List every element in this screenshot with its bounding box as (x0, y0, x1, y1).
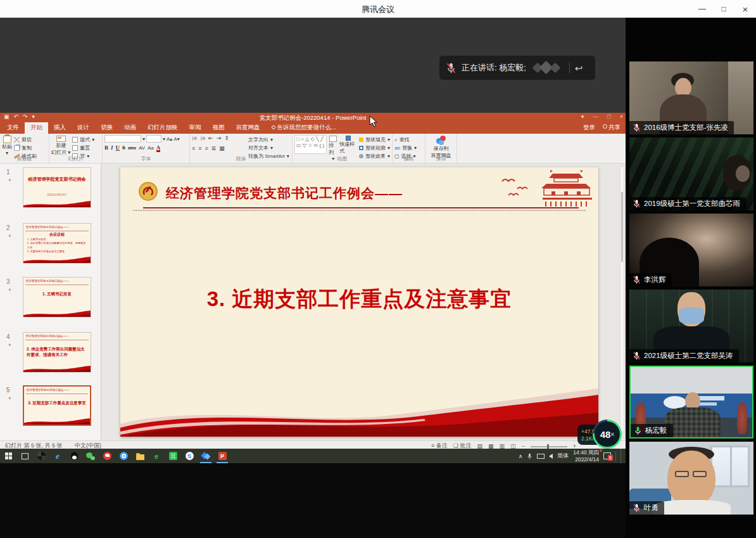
taskbar-app-wechat[interactable] (82, 449, 99, 463)
participant-name: 2019级硕士第一党支部曲芯雨 (644, 199, 740, 208)
slide-thumbnail-2[interactable]: 经济管理学院党支部书记例会—— 会议议程 1. 王斌书记发言 2. 传达党费工作… (23, 223, 91, 264)
tell-me-box[interactable]: 告诉我您想要做什么... (266, 122, 342, 134)
task-view-button[interactable] (16, 449, 33, 463)
taskbar-app-green-e[interactable]: e (148, 449, 165, 463)
volume-icon[interactable] (549, 454, 553, 459)
start-button[interactable] (0, 449, 16, 463)
tab-design[interactable]: 设计 (72, 122, 95, 134)
tab-animations[interactable]: 动画 (118, 122, 142, 134)
tray-mic-icon[interactable] (527, 452, 532, 460)
participant-tile[interactable]: 2021级硕士第二党支部吴涛 (629, 290, 753, 362)
maximize-button[interactable]: □ (713, 0, 734, 18)
slide-thumbnail-4[interactable]: 经济管理学院党支部书记例会—— 2. 传达党费工作突出问题整治文件要求、强调有关… (23, 332, 91, 373)
arrange-button[interactable]: 排列▾ (329, 135, 337, 156)
shapes-gallery[interactable]: □ ○ △ ◇ ╲ ╱ ▭ ▽ ☆ ⇨ ( ) (294, 135, 327, 154)
slide-thumbnail-5-selected[interactable]: 经济管理学院党支部书记例会—— 3. 近期支部工作重点及注意事宜 (23, 385, 91, 426)
editor-scrollbar[interactable] (620, 166, 624, 432)
ime-indicator[interactable]: 简体 (557, 452, 569, 460)
tab-slideshow[interactable]: 幻灯片放映 (142, 122, 184, 134)
slide-thumbnail-1[interactable]: 经济管理学院党支部书记例会 2022年4月14日 (23, 167, 91, 208)
ppt-maximize-button[interactable]: □ (607, 113, 610, 120)
taskbar-app-ie[interactable]: e (49, 449, 66, 463)
shape-fill-button[interactable]: 形状填充▾ (359, 136, 390, 143)
view-sorter-icon[interactable]: ▦ (488, 443, 494, 449)
quick-styles-button[interactable]: 快速样式 (339, 135, 357, 156)
new-slide-button[interactable]: 新建幻灯片 ▾ (51, 135, 70, 156)
paste-button[interactable]: 粘贴▾ (2, 135, 12, 156)
cut-button[interactable]: 剪切 (14, 136, 37, 143)
tab-transitions[interactable]: 切换 (95, 122, 118, 134)
action-center-icon[interactable]: 5 (603, 452, 611, 459)
zoom-slider[interactable] (531, 446, 567, 447)
underline-button[interactable]: U (116, 144, 120, 151)
slide-thumbnail-3[interactable]: 经济管理学院党支部书记例会—— 1. 王斌书记发言 (23, 277, 91, 317)
zoom-in-button[interactable]: + (573, 443, 576, 449)
participant-tile[interactable]: 李洪辉 (629, 214, 753, 286)
list-indent-buttons[interactable]: ⁝≡⁝≡⇤⇥⇕ (192, 135, 246, 141)
replace-button[interactable]: ab替换▾ (394, 144, 423, 151)
view-reading-icon[interactable]: ▥ (499, 443, 505, 449)
participant-tile[interactable]: 2019级硕士第一党支部曲芯雨 (629, 138, 753, 210)
ppt-close-button[interactable]: × (620, 113, 623, 120)
zoom-out-button[interactable]: − (521, 443, 524, 449)
view-normal-icon[interactable]: ▤ (477, 443, 482, 449)
find-button[interactable]: ⌕查找 (394, 136, 423, 143)
taskbar-app-qq[interactable] (66, 449, 82, 463)
change-case-button[interactable]: Aa (148, 145, 154, 151)
minimize-button[interactable]: — (691, 0, 713, 18)
tray-expand-icon[interactable]: ∧ (519, 453, 523, 459)
char-spacing-button[interactable]: AV (139, 145, 145, 151)
taskbar-app-red-browser[interactable] (99, 449, 115, 463)
person-figure (667, 451, 715, 508)
font-size-input[interactable] (146, 135, 161, 143)
show-desktop-button[interactable] (621, 449, 623, 463)
floating-speed-ball[interactable]: 48K (593, 420, 622, 449)
participant-tile-speaking[interactable]: 杨宏毅 (629, 366, 753, 439)
network-icon[interactable] (537, 454, 545, 459)
ppt-ribbon-options-icon[interactable]: ▾ (581, 113, 584, 120)
taskbar-app-powerpoint[interactable]: P (214, 449, 230, 463)
tab-view[interactable]: 视图 (207, 122, 230, 134)
reply-icon[interactable]: ↩ (575, 63, 583, 73)
group-label-slides: 幻灯片 (49, 155, 102, 162)
italic-button[interactable]: I (111, 144, 113, 151)
participant-tile[interactable]: 2016级博士党支部-张先凌 (629, 61, 753, 134)
shrink-font-button[interactable]: A▾ (173, 136, 179, 142)
strike-button[interactable]: S (122, 144, 125, 151)
reset-button[interactable]: 重置 (72, 144, 94, 151)
view-slideshow-icon[interactable]: ◫ (510, 443, 516, 449)
tab-insert[interactable]: 插入 (48, 122, 72, 134)
tab-home[interactable]: 开始 (25, 122, 48, 134)
align-text-button[interactable]: 对齐文本▾ (248, 144, 289, 151)
tab-file[interactable]: 文件 (1, 122, 25, 134)
bold-button[interactable]: B (104, 144, 108, 151)
font-name-input[interactable] (104, 135, 141, 143)
layout-button[interactable]: 版式▾ (72, 136, 94, 143)
lightbulb-icon (272, 125, 275, 129)
tab-baidu-netdisk[interactable]: 百度网盘 (230, 122, 266, 134)
font-color-button[interactable]: A (156, 144, 161, 151)
taskbar-app-green-notes[interactable] (165, 449, 181, 463)
clock[interactable]: 14:40 周四 2022/4/14 (573, 449, 599, 462)
grow-font-button[interactable]: A▴ (167, 136, 172, 142)
taskbar-app-quark[interactable] (115, 449, 132, 463)
align-buttons[interactable]: ≡≡≡≣▦ (192, 145, 246, 151)
taskbar-app-tencent-meeting[interactable] (198, 449, 214, 463)
close-button[interactable]: × (734, 0, 756, 18)
copy-button[interactable]: 复制 (14, 144, 37, 151)
glasses (693, 471, 707, 477)
participant-tile[interactable]: 叶勇 (629, 442, 753, 515)
group-label-clipboard: 剪贴板 (0, 155, 49, 162)
file-explorer-button[interactable] (132, 449, 148, 463)
signin-link[interactable]: 登录 (583, 124, 595, 132)
shape-outline-button[interactable]: 形状轮廓▾ (359, 144, 390, 151)
taskbar-app-pinwheel[interactable] (33, 449, 49, 463)
ppt-minimize-button[interactable]: — (593, 113, 598, 120)
text-direction-button[interactable]: 文字方向▾ (248, 136, 289, 143)
shadow-button[interactable]: abc (128, 145, 136, 151)
share-button[interactable]: 共享 (603, 124, 621, 132)
taskbar-app-sogou[interactable]: S (181, 449, 198, 463)
ppt-status-bar: 幻灯片 第 5 张, 共 5 张 中文(中国) ≡ 备注 ❏ 批注 ▤ ▦ ▥ … (0, 440, 626, 449)
tab-review[interactable]: 审阅 (184, 122, 207, 134)
mic-muted-icon (633, 199, 641, 208)
